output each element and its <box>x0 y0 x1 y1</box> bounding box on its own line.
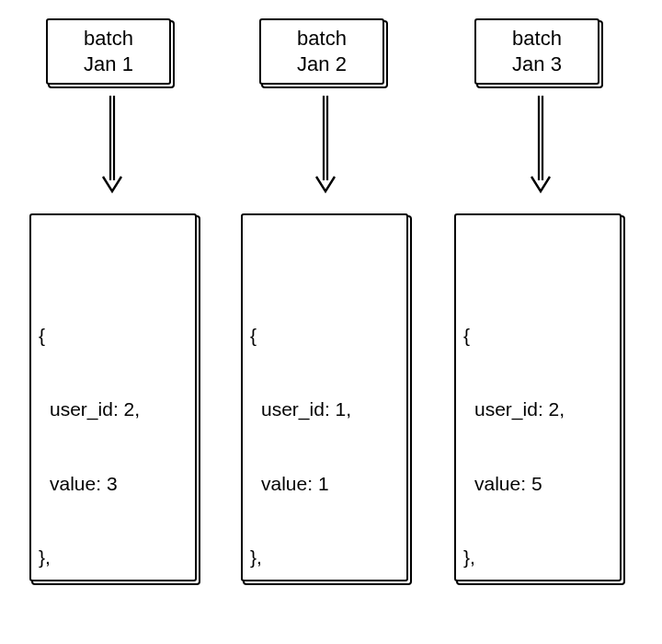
batch-box-jan-1: batch Jan 1 <box>46 18 171 85</box>
arrow-icon <box>103 92 121 193</box>
data-box-jan-1: { user_id: 2, value: 3 }, { user_id: 3, … <box>29 213 197 581</box>
record-value: value: 1 <box>250 472 399 497</box>
record-user-id: user_id: 1, <box>250 397 399 422</box>
brace-open: { <box>39 324 188 349</box>
batch-label: batch <box>261 26 382 52</box>
record: { user_id: 1, value: 1 }, <box>250 274 399 581</box>
brace-close: }, <box>250 546 399 570</box>
batch-box-jan-2: batch Jan 2 <box>259 18 384 85</box>
batch-date: Jan 3 <box>476 52 598 77</box>
brace-open: { <box>463 324 612 349</box>
data-box-jan-3: { user_id: 2, value: 5 }, { user_id: 6, … <box>454 213 622 581</box>
arrow-icon <box>316 92 335 193</box>
arrow-icon <box>531 92 550 193</box>
record: { user_id: 2, value: 3 }, <box>39 274 188 581</box>
brace-close: }, <box>463 546 612 570</box>
record-value: value: 5 <box>463 472 612 497</box>
batch-label: batch <box>476 26 598 52</box>
record-value: value: 3 <box>39 472 188 497</box>
record-user-id: user_id: 2, <box>463 397 612 422</box>
batch-label: batch <box>48 26 169 52</box>
record-user-id: user_id: 2, <box>39 397 188 422</box>
batch-box-jan-3: batch Jan 3 <box>474 18 599 85</box>
batch-date: Jan 2 <box>261 52 382 77</box>
batch-date: Jan 1 <box>48 52 169 77</box>
brace-close: }, <box>39 546 188 570</box>
data-box-jan-2: { user_id: 1, value: 1 }, { user_id: 4, … <box>241 213 408 581</box>
record: { user_id: 2, value: 5 }, <box>463 274 612 581</box>
brace-open: { <box>250 324 399 349</box>
